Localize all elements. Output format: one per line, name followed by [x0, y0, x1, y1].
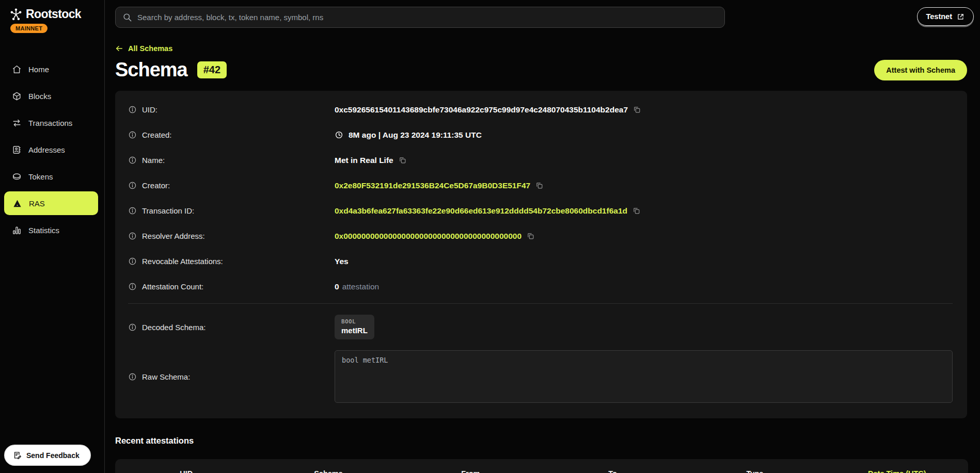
info-icon[interactable] [128, 232, 137, 240]
sidebar-item-statistics[interactable]: Statistics [0, 217, 104, 243]
sidebar-item-tokens[interactable]: Tokens [0, 163, 104, 190]
sidebar-item-label: Blocks [28, 92, 51, 101]
ras-icon [12, 199, 22, 208]
search-input[interactable] [115, 7, 725, 28]
network-badge[interactable]: MAINNET [10, 24, 48, 33]
uid-label: UID: [142, 105, 157, 114]
transaction-id-row: Transaction ID: 0xd4a3b6fea627fa63363fe2… [128, 198, 953, 223]
search-icon [122, 12, 132, 22]
attestation-count-link[interactable]: attestation [342, 282, 380, 291]
decoded-schema-chip: BOOL metIRL [335, 315, 374, 339]
testnet-label: Testnet [926, 12, 953, 21]
raw-schema-label: Raw Schema: [142, 372, 190, 381]
sidebar-item-label: Addresses [28, 145, 65, 154]
decoded-schema-label: Decoded Schema: [142, 323, 206, 332]
sidebar-item-label: Statistics [28, 226, 59, 235]
schema-number-badge: #42 [197, 61, 227, 78]
revocable-row: Revocable Attestations: Yes [128, 249, 953, 274]
sidebar-item-addresses[interactable]: Addresses [0, 136, 104, 163]
divider [128, 303, 953, 304]
sidebar-item-ras[interactable]: RAS [4, 191, 98, 215]
raw-schema-textarea[interactable]: bool metIRL [335, 350, 953, 403]
column-header-type: Type [684, 469, 826, 473]
uid-row: UID: 0xc59265615401143689cbfe73046a922c9… [128, 97, 953, 122]
name-row: Name: Met in Real Life [128, 148, 953, 173]
clock-icon [335, 131, 343, 139]
column-header-datetime[interactable]: Date Time (UTC) [826, 469, 968, 473]
copy-icon[interactable] [633, 106, 641, 113]
tokens-icon [12, 172, 22, 182]
info-icon[interactable] [128, 131, 137, 139]
topbar: Testnet [105, 0, 980, 35]
blocks-icon [12, 91, 22, 101]
sidebar-nav: Home Blocks Transactions [0, 56, 104, 243]
column-header-schema: Schema [257, 469, 399, 473]
back-link-label: All Schemas [128, 44, 172, 53]
feedback-icon [13, 451, 22, 460]
info-icon[interactable] [128, 372, 137, 381]
created-row: Created: 8M ago | Aug 23 2024 19:11:35 U… [128, 122, 953, 148]
testnet-button[interactable]: Testnet [917, 7, 974, 26]
creator-address-link[interactable]: 0x2e80F532191de291536B24Ce5D67a9B0D3E51F… [335, 181, 530, 190]
name-label: Name: [142, 156, 165, 165]
field-type: BOOL [341, 318, 368, 325]
column-header-uid: UID [115, 469, 257, 473]
recent-attestations-heading: Recent attestations [115, 436, 967, 446]
creator-row: Creator: 0x2e80F532191de291536B24Ce5D67a… [128, 173, 953, 198]
schema-detail-card: UID: 0xc59265615401143689cbfe73046a922c9… [115, 91, 967, 418]
external-link-icon [957, 13, 965, 21]
home-icon [12, 64, 22, 74]
back-to-all-schemas-link[interactable]: All Schemas [115, 44, 172, 53]
attest-with-schema-button[interactable]: Attest with Schema [874, 60, 967, 80]
info-icon[interactable] [128, 323, 137, 332]
name-value: Met in Real Life [335, 156, 393, 165]
sidebar-item-label: RAS [29, 199, 45, 208]
copy-icon[interactable] [633, 207, 640, 215]
sidebar-item-label: Home [28, 65, 49, 74]
attestation-count-value: 0 [335, 282, 339, 291]
title-row: Schema #42 Attest with Schema [115, 59, 967, 81]
raw-schema-row: Raw Schema: bool metIRL [128, 350, 953, 403]
creator-label: Creator: [142, 181, 170, 190]
page-title: Schema [115, 59, 187, 81]
attestations-table: UID Schema From To Type Date Time (UTC) [115, 459, 968, 473]
send-feedback-button[interactable]: Send Feedback [4, 445, 91, 466]
brand-block: Rootstock MAINNET [0, 0, 104, 33]
rootstock-logo-icon [9, 8, 23, 21]
copy-icon[interactable] [527, 232, 534, 240]
decoded-schema-row: Decoded Schema: BOOL metIRL [128, 309, 953, 345]
resolver-address-link[interactable]: 0x00000000000000000000000000000000000000… [335, 232, 521, 241]
transaction-id-label: Transaction ID: [142, 206, 194, 215]
field-name: metIRL [341, 326, 368, 335]
info-icon[interactable] [128, 282, 137, 291]
transaction-id-link[interactable]: 0xd4a3b6fea627fa63363fe22e90d66ed613e912… [335, 206, 627, 216]
sidebar-item-transactions[interactable]: Transactions [0, 109, 104, 136]
sidebar-item-label: Tokens [28, 172, 53, 181]
column-header-to: To [542, 469, 684, 473]
brand-name[interactable]: Rootstock [26, 7, 81, 21]
copy-icon[interactable] [399, 156, 406, 164]
arrow-left-icon [115, 44, 123, 53]
info-icon[interactable] [128, 105, 137, 114]
created-value: 8M ago | Aug 23 2024 19:11:35 UTC [349, 131, 482, 140]
info-icon[interactable] [128, 206, 137, 215]
created-label: Created: [142, 131, 172, 139]
transactions-icon [12, 118, 22, 128]
info-icon[interactable] [128, 181, 137, 190]
search-box [115, 7, 725, 28]
info-icon[interactable] [128, 257, 137, 266]
sidebar-item-home[interactable]: Home [0, 56, 104, 83]
main-area: Testnet All Schemas Schema #42 Attest wi… [105, 0, 980, 473]
sidebar: Rootstock MAINNET Home Blocks [0, 0, 105, 473]
sidebar-item-blocks[interactable]: Blocks [0, 83, 104, 109]
feedback-label: Send Feedback [26, 451, 80, 460]
info-icon[interactable] [128, 156, 137, 165]
addresses-icon [12, 145, 22, 155]
attestations-table-header: UID Schema From To Type Date Time (UTC) [115, 469, 968, 473]
statistics-icon [12, 225, 22, 235]
attestation-count-row: Attestation Count: 0 attestation [128, 274, 953, 299]
copy-icon[interactable] [535, 182, 543, 189]
revocable-label: Revocable Attestations: [142, 257, 223, 266]
page-content: All Schemas Schema #42 Attest with Schem… [105, 35, 980, 473]
column-header-from: From [400, 469, 542, 473]
